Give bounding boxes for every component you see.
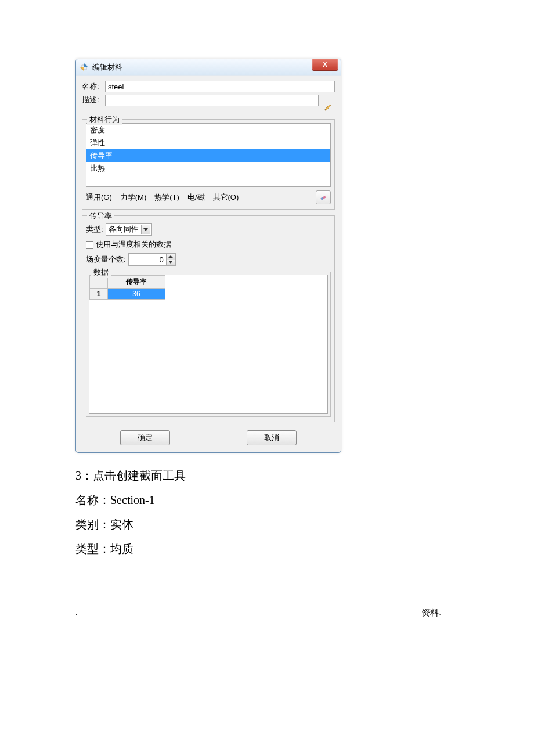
chevron-down-icon <box>169 261 172 264</box>
field-variables-spinner[interactable]: 0 <box>128 253 176 266</box>
menu-other[interactable]: 其它(O) <box>213 192 239 203</box>
edit-description-button[interactable] <box>322 100 335 113</box>
menu-mechanics[interactable]: 力学(M) <box>120 192 147 203</box>
description-label: 描述: <box>82 95 105 105</box>
description-input[interactable] <box>105 95 319 106</box>
behavior-list[interactable]: 密度 弹性 传导率 比热 <box>86 123 331 187</box>
field-variables-row: 场变量个数: 0 <box>86 253 331 266</box>
conductivity-group: 传导率 类型: 各向同性 使用与温度相关的数据 场变量个数: 0 <box>82 215 335 422</box>
temperature-checkbox-row: 使用与温度相关的数据 <box>86 239 331 250</box>
cancel-button[interactable]: 取消 <box>247 430 297 445</box>
chevron-down-icon <box>141 225 150 234</box>
svg-marker-3 <box>325 105 331 110</box>
row-index: 1 <box>90 289 108 300</box>
pencil-icon <box>324 102 333 111</box>
behavior-item-elastic[interactable]: 弹性 <box>86 136 330 149</box>
menu-thermal[interactable]: 热学(T) <box>154 192 179 203</box>
type-select[interactable]: 各向同性 <box>106 223 152 236</box>
temperature-dependent-checkbox[interactable] <box>86 241 93 249</box>
ok-button[interactable]: 确定 <box>120 430 170 445</box>
name-row: 名称: <box>82 81 335 92</box>
footer-left: . <box>75 607 78 618</box>
data-legend: 数据 <box>91 267 111 278</box>
close-icon: X <box>323 60 327 69</box>
menu-general[interactable]: 通用(G) <box>86 192 112 203</box>
dialog-titlebar[interactable]: 编辑材料 X <box>76 59 341 75</box>
field-variables-value: 0 <box>129 255 166 264</box>
dialog-button-row: 确定 取消 <box>82 430 335 445</box>
behavior-item-conductivity[interactable]: 传导率 <box>86 149 330 162</box>
data-table-container[interactable]: 传导率 1 36 <box>89 275 328 414</box>
conductivity-legend: 传导率 <box>87 211 114 221</box>
data-group: 数据 传导率 1 36 <box>86 272 331 417</box>
menu-emag[interactable]: 电/磁 <box>187 192 205 203</box>
document-text: 3：点击创建截面工具 名称：Section-1 类别：实体 类型：均质 <box>75 463 464 561</box>
behavior-menu-row: 通用(G) 力学(M) 热学(T) 电/磁 其它(O) <box>86 190 331 204</box>
material-behavior-legend: 材料行为 <box>87 114 122 125</box>
doc-line-3: 类别：实体 <box>75 512 464 537</box>
page-footer: . 资料. <box>75 607 464 618</box>
name-label: 名称: <box>82 81 105 92</box>
doc-line-2: 名称：Section-1 <box>75 488 464 512</box>
footer-right: 资料. <box>421 607 441 618</box>
close-button[interactable]: X <box>312 59 338 71</box>
spinner-down-button[interactable] <box>167 260 175 265</box>
doc-line-4: 类型：均质 <box>75 537 464 561</box>
edit-material-dialog: 编辑材料 X 名称: 描述: <box>75 59 341 453</box>
temperature-checkbox-label: 使用与温度相关的数据 <box>96 239 171 250</box>
app-icon <box>80 63 89 72</box>
field-variables-label: 场变量个数: <box>86 254 126 265</box>
description-row: 描述: <box>82 95 335 113</box>
behavior-item-density[interactable]: 密度 <box>86 124 330 136</box>
svg-marker-0 <box>84 63 88 67</box>
eraser-icon <box>319 193 327 201</box>
type-label: 类型: <box>86 224 103 235</box>
delete-behavior-button[interactable] <box>316 190 331 204</box>
type-row: 类型: 各向同性 <box>86 223 331 236</box>
dialog-body: 名称: 描述: 材料行为 密度 弹性 <box>76 75 341 452</box>
spinner-up-button[interactable] <box>167 254 175 260</box>
conductivity-cell[interactable]: 36 <box>108 289 165 300</box>
material-behavior-group: 材料行为 密度 弹性 传导率 比热 通用(G) 力学(M) 热学(T) 电/磁 … <box>82 119 335 210</box>
behavior-item-specific-heat[interactable]: 比热 <box>86 162 330 175</box>
doc-line-1: 3：点击创建截面工具 <box>75 463 464 488</box>
chevron-up-icon <box>168 255 173 258</box>
dialog-title: 编辑材料 <box>92 62 122 73</box>
cancel-button-label: 取消 <box>264 433 279 443</box>
svg-marker-1 <box>80 67 84 71</box>
data-table: 传导率 1 36 <box>89 275 165 300</box>
ok-button-label: 确定 <box>138 433 153 443</box>
top-horizontal-rule <box>75 35 464 35</box>
conductivity-column-header[interactable]: 传导率 <box>108 276 165 289</box>
table-row[interactable]: 1 36 <box>90 289 165 300</box>
name-input[interactable] <box>105 81 335 92</box>
type-value: 各向同性 <box>109 224 139 235</box>
